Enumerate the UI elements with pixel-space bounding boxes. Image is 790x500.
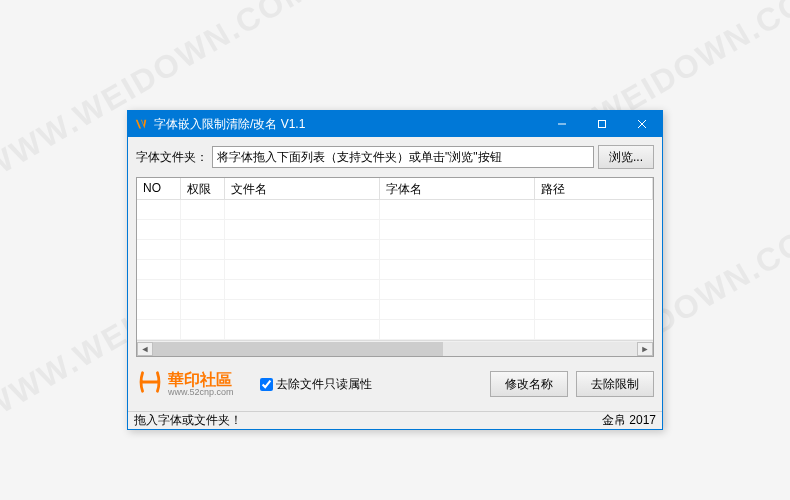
folder-path-input[interactable]	[212, 146, 594, 168]
close-button[interactable]	[622, 111, 662, 137]
column-path[interactable]: 路径	[535, 178, 653, 199]
folder-row: 字体文件夹： 浏览...	[136, 145, 654, 169]
list-row-empty	[137, 240, 653, 260]
window-controls	[542, 111, 662, 137]
browse-button[interactable]: 浏览...	[598, 145, 654, 169]
list-row-empty	[137, 280, 653, 300]
list-row-empty	[137, 200, 653, 220]
minimize-button[interactable]	[542, 111, 582, 137]
app-window: 字体嵌入限制清除/改名 V1.1 字体文件夹： 浏览... NO 权限 文件名	[127, 110, 663, 430]
font-listview[interactable]: NO 权限 文件名 字体名 路径	[136, 177, 654, 357]
list-row-empty	[137, 220, 653, 240]
scroll-right-arrow[interactable]: ►	[637, 342, 653, 356]
titlebar[interactable]: 字体嵌入限制清除/改名 V1.1	[128, 111, 662, 137]
readonly-checkbox-label: 去除文件只读属性	[276, 376, 372, 393]
app-icon	[133, 116, 149, 132]
logo-icon	[136, 369, 164, 399]
logo-text-main: 華印社區	[168, 372, 234, 388]
list-header: NO 权限 文件名 字体名 路径	[137, 178, 653, 200]
logo-block: 華印社區 www.52cnp.com	[136, 369, 234, 399]
rename-button[interactable]: 修改名称	[490, 371, 568, 397]
maximize-button[interactable]	[582, 111, 622, 137]
scroll-left-arrow[interactable]: ◄	[137, 342, 153, 356]
folder-label: 字体文件夹：	[136, 149, 208, 166]
statusbar: 拖入字体或文件夹！ 金帛 2017	[128, 411, 662, 429]
scroll-track[interactable]	[153, 342, 637, 356]
scroll-thumb[interactable]	[153, 342, 443, 356]
column-no[interactable]: NO	[137, 178, 181, 199]
remove-restriction-button[interactable]: 去除限制	[576, 371, 654, 397]
bottom-row: 華印社區 www.52cnp.com 去除文件只读属性 修改名称 去除限制	[136, 365, 654, 403]
horizontal-scrollbar[interactable]: ◄ ►	[137, 340, 653, 356]
list-body[interactable]	[137, 200, 653, 340]
svg-rect-1	[599, 121, 606, 128]
column-filename[interactable]: 文件名	[225, 178, 380, 199]
readonly-checkbox-wrap[interactable]: 去除文件只读属性	[260, 376, 372, 393]
list-row-empty	[137, 300, 653, 320]
status-author: 金帛 2017	[602, 412, 656, 429]
column-permission[interactable]: 权限	[181, 178, 225, 199]
list-row-empty	[137, 260, 653, 280]
list-row-empty	[137, 320, 653, 340]
client-area: 字体文件夹： 浏览... NO 权限 文件名 字体名 路径	[128, 137, 662, 411]
readonly-checkbox[interactable]	[260, 378, 273, 391]
status-text: 拖入字体或文件夹！	[134, 412, 602, 429]
logo-text-url: www.52cnp.com	[168, 388, 234, 397]
column-fontname[interactable]: 字体名	[380, 178, 535, 199]
window-title: 字体嵌入限制清除/改名 V1.1	[154, 116, 542, 133]
